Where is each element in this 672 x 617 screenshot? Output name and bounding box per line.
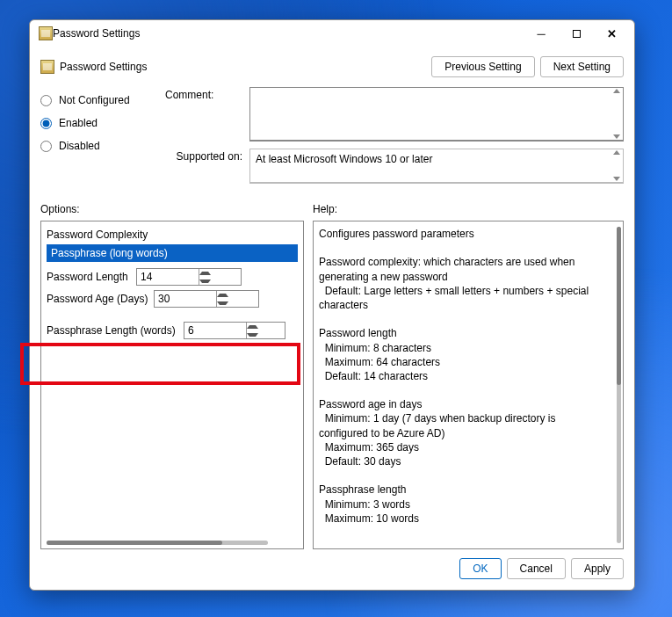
stepper-up-icon[interactable] <box>199 269 211 277</box>
password-length-row: Password Length <box>47 267 298 287</box>
titlebar: Password Settings <box>30 20 634 47</box>
help-column: Help: Configures password parameters Pas… <box>313 203 624 549</box>
scroll-down-icon[interactable] <box>611 177 622 181</box>
scroll-up-icon[interactable] <box>611 89 622 93</box>
password-age-row: Password Age (Days) <box>47 289 298 308</box>
password-age-label: Password Age (Days) <box>47 293 148 305</box>
footer: OK Cancel Apply <box>40 549 624 579</box>
password-complexity-value: Passphrase (long words) <box>51 247 168 259</box>
password-complexity-label: Password Complexity <box>45 227 300 244</box>
password-length-label: Password Length <box>47 271 131 283</box>
close-button[interactable] <box>599 27 624 40</box>
help-panel: Configures password parameters Password … <box>313 221 624 549</box>
stepper-down-icon[interactable] <box>199 277 211 285</box>
apply-button[interactable]: Apply <box>571 558 624 579</box>
policy-title: Password Settings <box>60 61 147 73</box>
options-label: Options: <box>40 203 304 215</box>
options-column: Options: Password Complexity Passphrase … <box>40 203 304 549</box>
password-complexity-select[interactable]: Passphrase (long words) <box>47 244 298 262</box>
config-section: Not Configured Enabled Disabled Comment: <box>40 87 624 184</box>
comment-supported-area: Comment: Supported on: At least Microsof… <box>165 87 624 184</box>
comment-textarea[interactable] <box>249 87 624 142</box>
ok-button[interactable]: OK <box>459 558 501 579</box>
radio-not-configured[interactable]: Not Configured <box>40 91 155 110</box>
maximize-button[interactable] <box>564 27 589 40</box>
dialog-window: Password Settings Password Settings Prev… <box>29 19 635 591</box>
window-title: Password Settings <box>53 27 529 40</box>
passphrase-length-input[interactable] <box>184 323 246 338</box>
passphrase-length-spinner[interactable] <box>184 322 285 339</box>
stepper-down-icon[interactable] <box>217 299 228 307</box>
supported-on-value: At least Microsoft Windows 10 or later <box>256 153 432 165</box>
help-scrollbar-thumb[interactable] <box>617 227 621 385</box>
help-text: Configures password parameters Password … <box>314 221 623 548</box>
radio-disabled-input[interactable] <box>40 141 52 152</box>
window-controls <box>529 27 629 40</box>
next-setting-button[interactable]: Next Setting <box>540 56 624 77</box>
stepper-down-icon[interactable] <box>247 330 258 338</box>
policy-title-row: Password Settings <box>40 60 426 74</box>
minimize-button[interactable] <box>529 27 553 40</box>
radio-enabled[interactable]: Enabled <box>40 113 155 133</box>
radio-enabled-input[interactable] <box>40 118 52 129</box>
radio-disabled-label: Disabled <box>59 140 100 152</box>
comment-label: Comment: <box>165 87 242 142</box>
radio-not-configured-input[interactable] <box>40 95 52 106</box>
password-length-input[interactable] <box>137 269 199 285</box>
cancel-button[interactable]: Cancel <box>507 558 566 579</box>
supported-label: Supported on: <box>165 149 242 184</box>
previous-setting-button[interactable]: Previous Setting <box>431 56 534 77</box>
help-label: Help: <box>313 203 624 215</box>
passphrase-length-row: Passphrase Length (words) <box>47 321 298 340</box>
stepper-up-icon[interactable] <box>217 291 228 299</box>
scroll-up-icon[interactable] <box>611 150 622 155</box>
scroll-down-icon[interactable] <box>611 134 622 139</box>
state-radios: Not Configured Enabled Disabled <box>40 87 155 184</box>
policy-icon <box>40 60 54 74</box>
supported-on-field: At least Microsoft Windows 10 or later <box>249 149 624 184</box>
columns: Options: Password Complexity Passphrase … <box>40 203 624 549</box>
stepper-up-icon[interactable] <box>247 323 258 330</box>
radio-enabled-label: Enabled <box>59 117 98 129</box>
passphrase-length-label: Passphrase Length (words) <box>47 324 178 337</box>
password-age-input[interactable] <box>155 291 216 307</box>
password-length-spinner[interactable] <box>136 268 242 286</box>
password-age-spinner[interactable] <box>154 290 259 308</box>
radio-disabled[interactable]: Disabled <box>40 136 155 156</box>
header-row: Password Settings Previous Setting Next … <box>40 54 624 80</box>
radio-not-configured-label: Not Configured <box>59 94 130 106</box>
options-h-scrollbar-thumb[interactable] <box>47 541 222 545</box>
app-icon <box>39 26 53 40</box>
options-panel: Password Complexity Passphrase (long wor… <box>40 221 304 549</box>
